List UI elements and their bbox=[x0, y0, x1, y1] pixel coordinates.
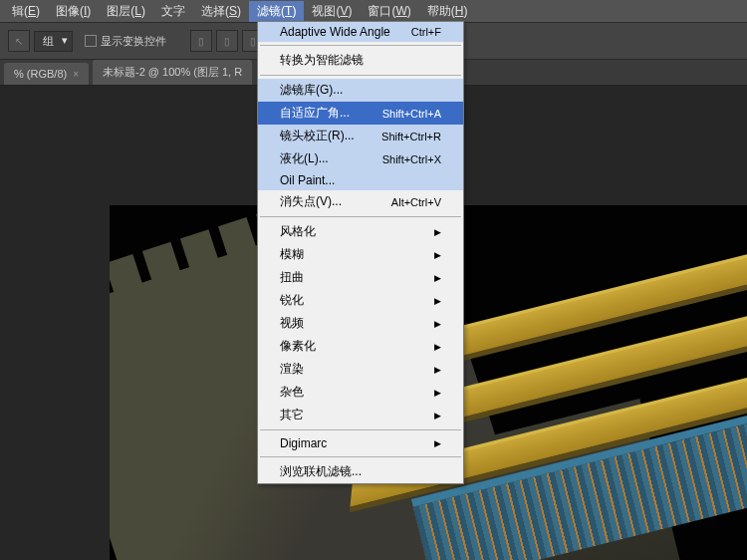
menu-item-label: 自适应广角... bbox=[280, 105, 350, 122]
menu-item-label: 液化(L)... bbox=[280, 150, 329, 167]
menu-item[interactable]: 杂色▶ bbox=[258, 381, 463, 404]
submenu-arrow-icon: ▶ bbox=[434, 319, 441, 329]
menu-item-shortcut: Ctrl+F bbox=[411, 26, 441, 38]
menu-separator bbox=[260, 75, 461, 76]
menu-select[interactable]: 选择(S) bbox=[193, 1, 249, 22]
menu-item-label: 浏览联机滤镜... bbox=[280, 463, 362, 480]
menu-item[interactable]: 其它▶ bbox=[258, 404, 463, 426]
menu-view[interactable]: 视图(V) bbox=[304, 1, 360, 22]
menu-item-label: Digimarc bbox=[280, 436, 327, 450]
menu-item[interactable]: 浏览联机滤镜... bbox=[258, 460, 463, 483]
menu-item-label: 镜头校正(R)... bbox=[280, 128, 355, 144]
show-transform-checkbox[interactable] bbox=[85, 35, 97, 47]
menu-item-label: 滤镜库(G)... bbox=[280, 82, 343, 99]
menu-item-label: 扭曲 bbox=[280, 269, 304, 286]
submenu-arrow-icon: ▶ bbox=[434, 438, 441, 448]
menu-separator bbox=[260, 45, 461, 46]
menu-item-shortcut: Shift+Ctrl+A bbox=[382, 108, 441, 120]
menu-separator bbox=[260, 456, 461, 457]
menu-item-label: 其它 bbox=[280, 407, 304, 423]
menu-separator bbox=[260, 216, 461, 217]
filter-dropdown: Adaptive Wide AngleCtrl+F转换为智能滤镜滤镜库(G)..… bbox=[257, 21, 464, 484]
menu-item-label: 转换为智能滤镜 bbox=[280, 52, 364, 69]
submenu-arrow-icon: ▶ bbox=[434, 342, 441, 352]
menu-item-label: 风格化 bbox=[280, 223, 316, 240]
menu-item-label: 杂色 bbox=[280, 384, 304, 401]
menu-separator bbox=[260, 429, 461, 430]
menu-item[interactable]: Oil Paint... bbox=[258, 170, 463, 190]
menu-item-label: 消失点(V)... bbox=[280, 193, 342, 210]
submenu-arrow-icon: ▶ bbox=[434, 227, 441, 237]
document-tab[interactable]: 未标题-2 @ 100% (图层 1, R bbox=[93, 60, 252, 85]
menu-item-label: 模糊 bbox=[280, 246, 304, 263]
menu-item[interactable]: 风格化▶ bbox=[258, 220, 463, 243]
show-transform-label: 显示变换控件 bbox=[101, 34, 166, 49]
menu-help[interactable]: 帮助(H) bbox=[419, 1, 476, 22]
align-center-icon[interactable]: ▯ bbox=[216, 30, 238, 52]
menu-item-label: 渲染 bbox=[280, 361, 304, 378]
menu-item[interactable]: Digimarc▶ bbox=[258, 433, 463, 453]
menu-window[interactable]: 窗口(W) bbox=[360, 1, 418, 22]
close-icon[interactable]: × bbox=[73, 69, 79, 80]
submenu-arrow-icon: ▶ bbox=[434, 365, 441, 375]
menu-item[interactable]: 自适应广角...Shift+Ctrl+A bbox=[258, 102, 463, 125]
menu-item-shortcut: Alt+Ctrl+V bbox=[391, 196, 441, 208]
menu-item[interactable]: 消失点(V)...Alt+Ctrl+V bbox=[258, 190, 463, 213]
menu-item[interactable]: 滤镜库(G)... bbox=[258, 79, 463, 102]
menu-item[interactable]: 锐化▶ bbox=[258, 289, 463, 312]
menu-item-label: 锐化 bbox=[280, 292, 304, 309]
menu-item[interactable]: 扭曲▶ bbox=[258, 266, 463, 289]
menu-filter[interactable]: 滤镜(T) bbox=[249, 1, 304, 22]
submenu-arrow-icon: ▶ bbox=[434, 296, 441, 306]
menu-item[interactable]: 视频▶ bbox=[258, 312, 463, 335]
submenu-arrow-icon: ▶ bbox=[434, 250, 441, 260]
document-tab-label: % (RGB/8) bbox=[14, 68, 67, 80]
submenu-arrow-icon: ▶ bbox=[434, 273, 441, 283]
menu-item-label: 视频 bbox=[280, 315, 304, 332]
menu-item[interactable]: 模糊▶ bbox=[258, 243, 463, 266]
menu-item-shortcut: Shift+Ctrl+R bbox=[381, 131, 441, 142]
menu-item[interactable]: 转换为智能滤镜 bbox=[258, 49, 463, 72]
menu-layer[interactable]: 图层(L) bbox=[99, 1, 153, 22]
document-tab-label: 未标题-2 @ 100% (图层 1, R bbox=[103, 65, 242, 80]
menu-item[interactable]: 像素化▶ bbox=[258, 335, 463, 358]
submenu-arrow-icon: ▶ bbox=[434, 388, 441, 398]
move-tool-icon[interactable]: ↖ bbox=[8, 30, 30, 52]
menu-item[interactable]: 液化(L)...Shift+Ctrl+X bbox=[258, 147, 463, 170]
menu-item-label: Oil Paint... bbox=[280, 173, 335, 187]
align-left-icon[interactable]: ▯ bbox=[190, 30, 212, 52]
submenu-arrow-icon: ▶ bbox=[434, 411, 441, 420]
menu-item-label: Adaptive Wide Angle bbox=[280, 25, 390, 39]
menu-item[interactable]: 镜头校正(R)...Shift+Ctrl+R bbox=[258, 125, 463, 147]
menu-type[interactable]: 文字 bbox=[153, 1, 193, 22]
menu-item-label: 像素化 bbox=[280, 338, 316, 355]
document-tab[interactable]: % (RGB/8) × bbox=[4, 63, 89, 85]
menu-edit[interactable]: 辑(E) bbox=[4, 1, 48, 22]
group-select[interactable]: 组 bbox=[34, 31, 73, 52]
menu-image[interactable]: 图像(I) bbox=[48, 1, 99, 22]
menubar: 辑(E) 图像(I) 图层(L) 文字 选择(S) 滤镜(T) 视图(V) 窗口… bbox=[0, 0, 747, 22]
menu-item[interactable]: 渲染▶ bbox=[258, 358, 463, 381]
menu-item[interactable]: Adaptive Wide AngleCtrl+F bbox=[258, 22, 463, 42]
menu-item-shortcut: Shift+Ctrl+X bbox=[382, 153, 441, 165]
